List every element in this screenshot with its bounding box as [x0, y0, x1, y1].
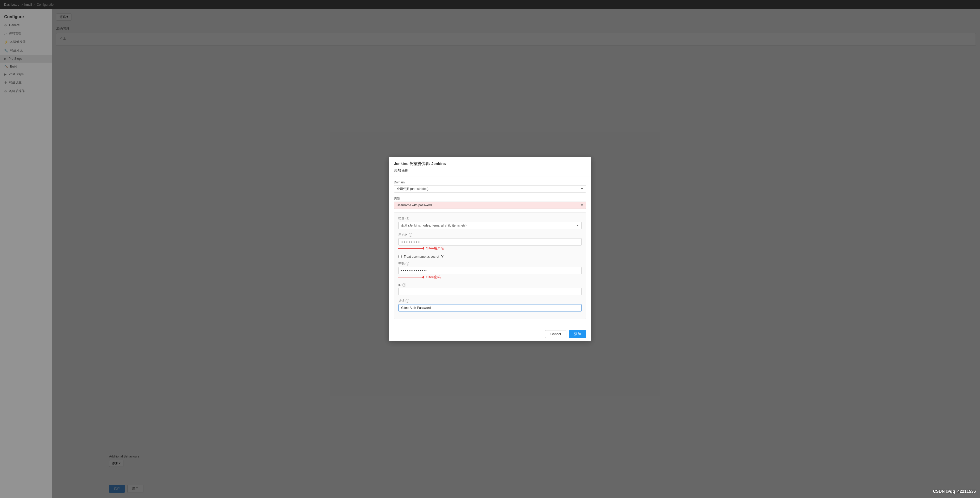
treat-secret-label: Treat username as secret: [404, 255, 439, 258]
password-help-icon[interactable]: ?: [406, 262, 409, 266]
username-group: 用户名 ? Gitee用户名: [398, 233, 582, 251]
username-input[interactable]: [398, 238, 582, 245]
modal-subtitle: 添加凭据: [394, 168, 586, 173]
username-annotation-row: Gitee用户名: [398, 246, 582, 251]
modal-footer: Cancel 添加: [389, 327, 591, 341]
description-input[interactable]: [398, 304, 582, 312]
username-arrow-head: [422, 247, 424, 250]
password-input[interactable]: [398, 267, 582, 274]
password-arrow-line: [398, 277, 422, 277]
treat-help-icon[interactable]: ?: [441, 254, 444, 259]
credentials-sub-section: 范围 ? 全局 (Jenkins, nodes, items, all chil…: [394, 213, 586, 319]
scope-select[interactable]: 全局 (Jenkins, nodes, items, all child ite…: [398, 222, 582, 229]
password-annotation-row: Gitee密码: [398, 275, 582, 280]
password-group: 密码 ? Gitee密码: [398, 262, 582, 280]
cancel-button[interactable]: Cancel: [545, 330, 566, 338]
username-input-container: Gitee用户名: [398, 238, 582, 251]
modal-title: Jenkins 凭据提供者: Jenkins: [394, 161, 586, 166]
username-arrow-line: [398, 248, 422, 248]
password-arrow-head: [422, 276, 424, 278]
treat-secret-checkbox[interactable]: [398, 255, 402, 258]
id-help-icon[interactable]: ?: [402, 283, 406, 287]
description-help-icon[interactable]: ?: [406, 299, 409, 303]
treat-username-row: Treat username as secret ?: [398, 254, 582, 259]
password-label: 密码 ?: [398, 262, 582, 266]
username-annotation: Gitee用户名: [426, 246, 444, 251]
type-group: 类型 Username with password: [394, 196, 586, 209]
domain-label: Domain: [394, 181, 586, 184]
id-group: ID ?: [398, 283, 582, 295]
type-select[interactable]: Username with password: [394, 202, 586, 209]
username-label: 用户名 ?: [398, 233, 582, 237]
type-label: 类型: [394, 196, 586, 200]
id-label: ID ?: [398, 283, 582, 287]
username-help-icon[interactable]: ?: [409, 233, 412, 237]
password-annotation: Gitee密码: [426, 275, 441, 280]
scope-label: 范围 ?: [398, 216, 582, 221]
add-credentials-button[interactable]: 添加: [569, 330, 586, 338]
domain-group: Domain 全局凭据 (unrestricted): [394, 181, 586, 193]
scope-help-icon[interactable]: ?: [406, 216, 409, 220]
scope-group: 范围 ? 全局 (Jenkins, nodes, items, all chil…: [398, 216, 582, 229]
modal-header: Jenkins 凭据提供者: Jenkins 添加凭据: [389, 157, 591, 177]
password-input-container: Gitee密码: [398, 267, 582, 280]
id-input[interactable]: [398, 288, 582, 295]
credentials-modal: Jenkins 凭据提供者: Jenkins 添加凭据 Domain 全局凭据 …: [389, 157, 591, 341]
description-label: 描述 ?: [398, 299, 582, 303]
description-group: 描述 ?: [398, 299, 582, 312]
domain-select[interactable]: 全局凭据 (unrestricted): [394, 185, 586, 193]
modal-overlay: Jenkins 凭据提供者: Jenkins 添加凭据 Domain 全局凭据 …: [0, 0, 980, 498]
modal-body: Domain 全局凭据 (unrestricted) 类型 Username w…: [389, 177, 591, 327]
